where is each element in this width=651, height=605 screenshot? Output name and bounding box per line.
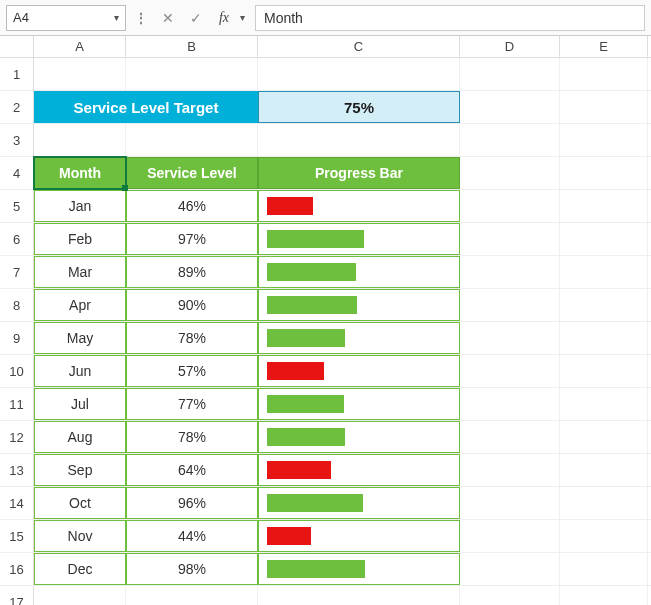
cell[interactable] xyxy=(560,289,648,321)
cell[interactable] xyxy=(126,58,258,90)
row-header[interactable]: 16 xyxy=(0,553,34,585)
cell[interactable] xyxy=(460,157,560,189)
cell[interactable] xyxy=(460,553,560,585)
cell[interactable] xyxy=(460,520,560,552)
header-progress-bar[interactable]: Progress Bar xyxy=(258,157,460,189)
cell-service-level[interactable]: 77% xyxy=(126,388,258,420)
row-header[interactable]: 2 xyxy=(0,91,34,123)
name-box[interactable]: A4 ▾ xyxy=(6,5,126,31)
cell-progress-bar[interactable] xyxy=(258,553,460,585)
cell[interactable] xyxy=(126,586,258,605)
row-header[interactable]: 15 xyxy=(0,520,34,552)
cell-month[interactable]: Apr xyxy=(34,289,126,321)
cell[interactable] xyxy=(560,586,648,605)
row-header[interactable]: 4 xyxy=(0,157,34,189)
cell[interactable] xyxy=(460,256,560,288)
cell-progress-bar[interactable] xyxy=(258,355,460,387)
cell-month[interactable]: Sep xyxy=(34,454,126,486)
row-header[interactable]: 1 xyxy=(0,58,34,90)
cell[interactable] xyxy=(460,388,560,420)
cell-month[interactable]: Aug xyxy=(34,421,126,453)
cell[interactable] xyxy=(460,91,560,123)
row-header[interactable]: 7 xyxy=(0,256,34,288)
accept-formula-button[interactable]: ✓ xyxy=(184,6,208,30)
column-header[interactable]: D xyxy=(460,36,560,57)
row-header[interactable]: 10 xyxy=(0,355,34,387)
cell-month[interactable]: Jun xyxy=(34,355,126,387)
cell[interactable] xyxy=(560,256,648,288)
cell[interactable] xyxy=(460,58,560,90)
cell[interactable] xyxy=(560,157,648,189)
cell-month[interactable]: Jul xyxy=(34,388,126,420)
column-header[interactable]: C xyxy=(258,36,460,57)
column-header[interactable]: B xyxy=(126,36,258,57)
cell-service-level[interactable]: 89% xyxy=(126,256,258,288)
cell[interactable] xyxy=(460,322,560,354)
cell-service-level[interactable]: 96% xyxy=(126,487,258,519)
cell-service-level[interactable]: 97% xyxy=(126,223,258,255)
header-month[interactable]: Month xyxy=(34,157,126,189)
cell-progress-bar[interactable] xyxy=(258,520,460,552)
cell[interactable] xyxy=(34,586,126,605)
cell-month[interactable]: Nov xyxy=(34,520,126,552)
cell-progress-bar[interactable] xyxy=(258,190,460,222)
cell-service-level[interactable]: 46% xyxy=(126,190,258,222)
cell[interactable] xyxy=(126,124,258,156)
cell[interactable] xyxy=(258,58,460,90)
row-header[interactable]: 17 xyxy=(0,586,34,605)
cell-month[interactable]: Feb xyxy=(34,223,126,255)
row-header[interactable]: 12 xyxy=(0,421,34,453)
cell[interactable] xyxy=(460,124,560,156)
formula-input[interactable]: Month xyxy=(255,5,645,31)
chevron-down-icon[interactable]: ▾ xyxy=(240,12,245,23)
cell[interactable] xyxy=(560,388,648,420)
row-header[interactable]: 14 xyxy=(0,487,34,519)
cell-service-level[interactable]: 78% xyxy=(126,421,258,453)
cell[interactable] xyxy=(560,487,648,519)
cell[interactable] xyxy=(560,454,648,486)
cell-service-level[interactable]: 98% xyxy=(126,553,258,585)
column-header[interactable]: A xyxy=(34,36,126,57)
row-header[interactable]: 9 xyxy=(0,322,34,354)
select-all-corner[interactable] xyxy=(0,36,34,57)
cell-month[interactable]: May xyxy=(34,322,126,354)
cell[interactable] xyxy=(560,91,648,123)
cell[interactable] xyxy=(560,58,648,90)
fx-icon[interactable]: fx xyxy=(212,6,236,30)
cell-month[interactable]: Jan xyxy=(34,190,126,222)
cell[interactable] xyxy=(258,586,460,605)
cell[interactable] xyxy=(258,124,460,156)
cell-month[interactable]: Oct xyxy=(34,487,126,519)
cell-month[interactable]: Mar xyxy=(34,256,126,288)
service-level-target-label[interactable]: Service Level Target xyxy=(34,91,258,123)
cell-progress-bar[interactable] xyxy=(258,454,460,486)
chevron-down-icon[interactable]: ▾ xyxy=(114,12,119,23)
cell[interactable] xyxy=(460,223,560,255)
cell-progress-bar[interactable] xyxy=(258,421,460,453)
cell[interactable] xyxy=(460,355,560,387)
service-level-target-value[interactable]: 75% xyxy=(258,91,460,123)
cancel-formula-button[interactable]: ✕ xyxy=(156,6,180,30)
cell[interactable] xyxy=(460,586,560,605)
cell-service-level[interactable]: 44% xyxy=(126,520,258,552)
row-header[interactable]: 8 xyxy=(0,289,34,321)
cell[interactable] xyxy=(560,553,648,585)
cell-month[interactable]: Dec xyxy=(34,553,126,585)
column-header[interactable]: E xyxy=(560,36,648,57)
row-header[interactable]: 5 xyxy=(0,190,34,222)
cell-progress-bar[interactable] xyxy=(258,256,460,288)
cell[interactable] xyxy=(560,190,648,222)
cell-progress-bar[interactable] xyxy=(258,223,460,255)
cell[interactable] xyxy=(460,454,560,486)
cell[interactable] xyxy=(560,322,648,354)
row-header[interactable]: 13 xyxy=(0,454,34,486)
cell[interactable] xyxy=(560,124,648,156)
cell[interactable] xyxy=(34,58,126,90)
row-header[interactable]: 6 xyxy=(0,223,34,255)
cell-progress-bar[interactable] xyxy=(258,487,460,519)
row-header[interactable]: 11 xyxy=(0,388,34,420)
cell[interactable] xyxy=(560,223,648,255)
header-service-level[interactable]: Service Level xyxy=(126,157,258,189)
cell-progress-bar[interactable] xyxy=(258,388,460,420)
cell[interactable] xyxy=(34,124,126,156)
